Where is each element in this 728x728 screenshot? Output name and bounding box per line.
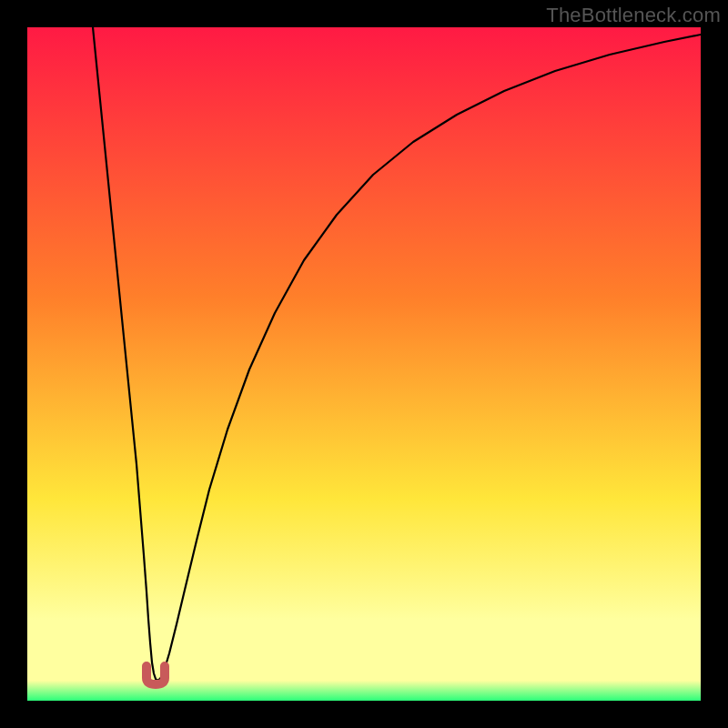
- attribution-text: TheBottleneck.com: [546, 4, 721, 27]
- chart-frame: TheBottleneck.com: [0, 0, 728, 728]
- curve-minimum-marker: [147, 666, 165, 684]
- curve-layer: [27, 27, 701, 701]
- bottleneck-curve: [93, 27, 701, 681]
- plot-area: [27, 27, 701, 701]
